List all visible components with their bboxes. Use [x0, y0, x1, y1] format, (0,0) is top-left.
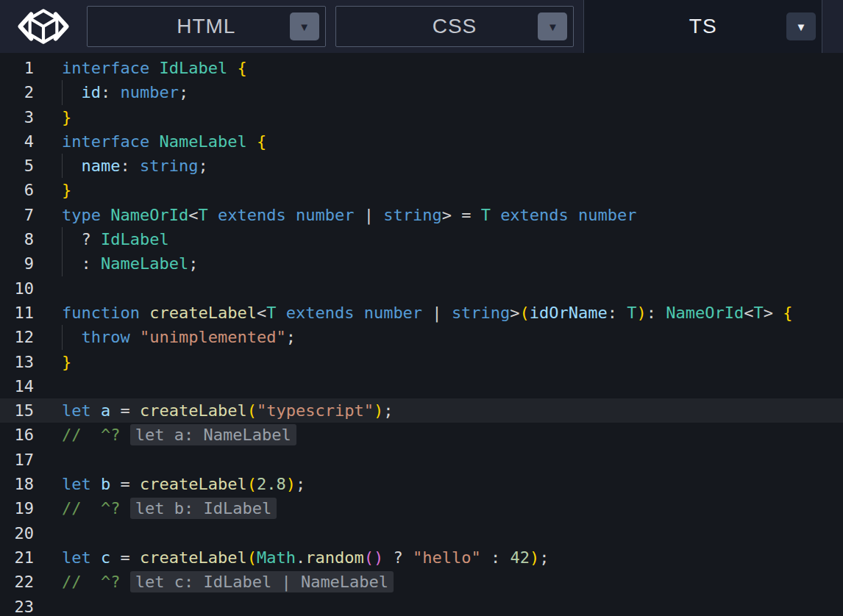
code-token-ty: NameOrId [666, 304, 744, 322]
code-token-ty: T [198, 206, 207, 224]
header-bar: HTML▼CSS▼TS▼ [0, 0, 843, 53]
code-token-pl: ; [179, 83, 188, 101]
code-token-pl [130, 328, 140, 346]
tab-ts[interactable]: TS▼ [583, 0, 822, 53]
code-line: 3} [0, 105, 843, 129]
code-token-fn: createLabel [140, 401, 247, 420]
code-token-pl [149, 132, 159, 151]
code-token-pl: ; [286, 328, 296, 346]
code-editor[interactable]: 1interface IdLabel {2 id: number;3}4inte… [0, 53, 843, 616]
code-token-kw: type [62, 206, 101, 224]
code-token-b2: ( [364, 548, 374, 567]
line-number: 23 [0, 595, 34, 616]
line-number: 15 [0, 398, 34, 423]
code-token-cm: // ^? [62, 426, 130, 444]
code-token-vr: b [101, 475, 110, 493]
code-token-pl: ; [198, 157, 207, 175]
code-token-bt: number [578, 206, 636, 224]
code-token-fn: createLabel [140, 475, 247, 493]
code-line: 22// ^? let c: IdLabel | NameLabel [0, 570, 843, 594]
line-number: 3 [0, 105, 34, 129]
logo[interactable] [0, 0, 87, 53]
tab-dropdown-button[interactable]: ▼ [538, 12, 567, 40]
code-token-pl [227, 59, 237, 77]
line-number: 9 [0, 251, 34, 276]
code-token-fn: createLabel [140, 548, 247, 567]
line-number: 13 [0, 350, 34, 374]
code-text: id: number; [62, 80, 188, 104]
code-token-bt: string [452, 304, 510, 322]
code-text: // ^? let b: IdLabel [62, 496, 277, 520]
code-text: interface IdLabel { [62, 56, 247, 80]
tab-label: HTML [177, 15, 235, 38]
code-text: } [62, 105, 71, 129]
code-token-pl: : [120, 157, 140, 175]
code-token-pl [149, 59, 159, 77]
code-text: type NameOrId<T extends number | string>… [62, 203, 637, 227]
tab-bar: HTML▼CSS▼TS▼ [87, 0, 843, 53]
code-token-qy: let b: IdLabel [130, 498, 277, 519]
line-number: 8 [0, 227, 34, 251]
code-token-pl: ; [296, 475, 305, 493]
code-token-bt: number [121, 83, 179, 101]
code-text: // ^? let c: IdLabel | NameLabel [62, 570, 394, 594]
code-token-pl: : [481, 548, 511, 567]
tab-dropdown-button[interactable]: ▼ [290, 12, 319, 40]
code-token-pl [208, 206, 218, 224]
tab-html[interactable]: HTML▼ [87, 6, 326, 47]
code-token-ty: T [627, 304, 636, 322]
code-token-pl [101, 206, 110, 224]
code-text: throw "unimplemented"; [62, 325, 296, 349]
code-token-pl: = [110, 401, 140, 420]
code-token-pl: ; [188, 254, 198, 273]
code-token-cm: // ^? [62, 499, 130, 517]
line-number: 20 [0, 521, 34, 545]
line-number: 21 [0, 545, 34, 570]
code-line: 9 : NameLabel; [0, 251, 843, 276]
code-token-pl [91, 401, 101, 420]
chevron-down-icon: ▼ [796, 21, 807, 32]
line-number: 12 [0, 325, 34, 349]
line-number: 7 [0, 203, 34, 227]
tab-css[interactable]: CSS▼ [335, 6, 575, 47]
code-line: 4interface NameLabel { [0, 129, 843, 154]
code-token-pl [286, 206, 296, 224]
code-token-pl: | [354, 206, 383, 224]
code-line: 20 [0, 521, 843, 545]
tab-dropdown-button[interactable]: ▼ [786, 12, 816, 40]
code-token-pl [62, 157, 82, 175]
code-token-qy: let a: NameLabel [130, 424, 296, 445]
code-token-kw: function [62, 304, 140, 322]
code-token-pl [140, 304, 149, 322]
code-line: 23 [0, 595, 843, 616]
code-token-pl: ; [539, 548, 549, 567]
code-token-vr: idOrName [530, 304, 608, 322]
code-token-b2: ) [374, 548, 383, 567]
code-token-vr: c [101, 548, 110, 567]
code-line: 2 id: number; [0, 80, 843, 104]
code-token-st: "typescript" [257, 401, 374, 420]
code-token-kw: extends [218, 206, 286, 224]
code-text: name: string; [62, 154, 208, 178]
code-token-pl: < [744, 304, 753, 322]
code-token-pl [247, 132, 257, 151]
code-line: 14 [0, 374, 843, 398]
code-token-pl: : [101, 83, 121, 101]
code-token-b1: } [62, 108, 71, 126]
line-number: 4 [0, 129, 34, 154]
code-token-b1: ( [247, 475, 257, 493]
code-token-st: "unimplemented" [140, 328, 286, 346]
code-line: 8 ? IdLabel [0, 227, 843, 251]
code-token-vr: name [82, 157, 121, 175]
code-token-fn: createLabel [149, 304, 257, 322]
code-token-kw: interface [62, 59, 149, 77]
code-token-qy: let c: IdLabel | NameLabel [130, 571, 394, 592]
code-token-pl: : [62, 254, 101, 273]
code-token-pl: > = [442, 206, 481, 224]
code-text: // ^? let a: NameLabel [62, 423, 296, 447]
code-token-ty: T [754, 304, 764, 322]
code-line: 17 [0, 448, 843, 472]
line-number: 10 [0, 276, 34, 301]
code-token-ty: Math [257, 548, 296, 567]
tab-label: CSS [433, 15, 477, 38]
